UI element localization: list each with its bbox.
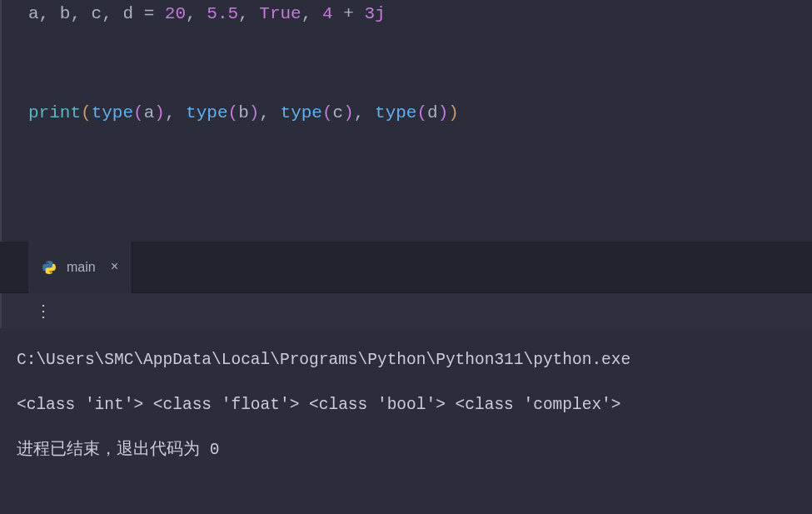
run-console[interactable]: C:\Users\SMC\AppData\Local\Programs\Pyth… bbox=[0, 328, 812, 514]
code-token: ( bbox=[228, 103, 239, 122]
console-line-output: <class 'int'> <class 'float'> <class 'bo… bbox=[17, 392, 795, 418]
code-token: d bbox=[427, 103, 438, 122]
code-token: 3j bbox=[364, 4, 385, 23]
code-area[interactable]: a, b, c, d = 20, 5.5, True, 4 + 3j print… bbox=[18, 0, 469, 242]
code-editor-pane[interactable]: a, b, c, d = 20, 5.5, True, 4 + 3j print… bbox=[0, 0, 812, 242]
code-token: 20 bbox=[165, 4, 186, 23]
run-tab-main[interactable]: main × bbox=[28, 242, 132, 293]
more-vertical-icon[interactable]: ⋮ bbox=[35, 301, 51, 322]
code-token: , bbox=[301, 4, 322, 23]
tab-label: main bbox=[67, 260, 96, 275]
code-token: type bbox=[186, 103, 227, 122]
console-line-exit: 进程已结束，退出代码为 0 bbox=[17, 437, 795, 463]
run-tab-bar: main × bbox=[0, 242, 812, 293]
code-blank-line[interactable] bbox=[28, 66, 459, 94]
code-token: ) bbox=[343, 103, 354, 122]
code-token: ( bbox=[416, 103, 427, 122]
code-token: ) bbox=[249, 103, 260, 122]
code-token: c bbox=[333, 103, 344, 122]
code-token: = bbox=[133, 4, 165, 23]
code-line-2[interactable]: print(type(a), type(b), type(c), type(d)… bbox=[28, 99, 459, 127]
code-blank-line[interactable] bbox=[28, 33, 459, 62]
code-token: , bbox=[186, 4, 207, 23]
code-token: type bbox=[375, 103, 416, 122]
editor-gutter bbox=[2, 0, 18, 242]
code-token: , bbox=[259, 103, 280, 122]
code-token: True bbox=[259, 4, 301, 23]
code-token: 4 bbox=[322, 4, 333, 23]
code-token: b bbox=[238, 103, 249, 122]
code-token: a bbox=[144, 103, 155, 122]
code-token: , bbox=[238, 4, 259, 23]
console-line-path: C:\Users\SMC\AppData\Local\Programs\Pyth… bbox=[17, 347, 795, 373]
code-token: ) bbox=[438, 103, 449, 122]
code-token: ) bbox=[154, 103, 165, 122]
code-token: , bbox=[354, 103, 375, 122]
close-icon[interactable]: × bbox=[111, 260, 119, 275]
python-icon bbox=[42, 260, 57, 275]
code-token: 5.5 bbox=[207, 4, 238, 23]
code-token: a, b, c, d bbox=[28, 4, 133, 23]
code-line-1[interactable]: a, b, c, d = 20, 5.5, True, 4 + 3j bbox=[28, 0, 459, 28]
code-token: ( bbox=[81, 103, 92, 122]
code-token: ( bbox=[322, 103, 333, 122]
code-token: type bbox=[92, 103, 133, 122]
console-toolbar: ⋮ bbox=[0, 293, 812, 328]
code-token: + bbox=[333, 4, 365, 23]
code-token: print bbox=[28, 103, 81, 122]
code-token: ) bbox=[448, 103, 459, 122]
code-token: type bbox=[281, 103, 322, 122]
code-token: , bbox=[165, 103, 186, 122]
code-token: ( bbox=[133, 103, 144, 122]
